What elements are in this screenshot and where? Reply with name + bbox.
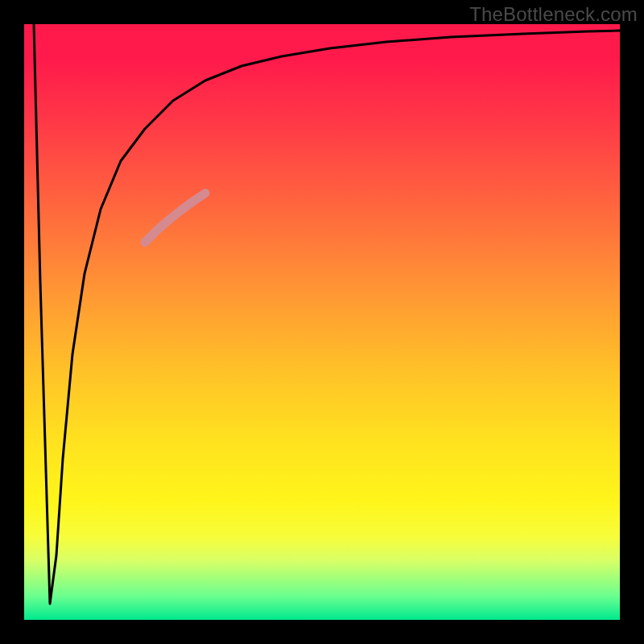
curve-layer [24, 24, 620, 620]
chart-frame: TheBottleneck.com [0, 0, 644, 644]
attribution-label: TheBottleneck.com [469, 3, 638, 26]
highlight-segment [145, 193, 205, 242]
bottleneck-curve [34, 24, 620, 604]
plot-area [24, 24, 620, 620]
